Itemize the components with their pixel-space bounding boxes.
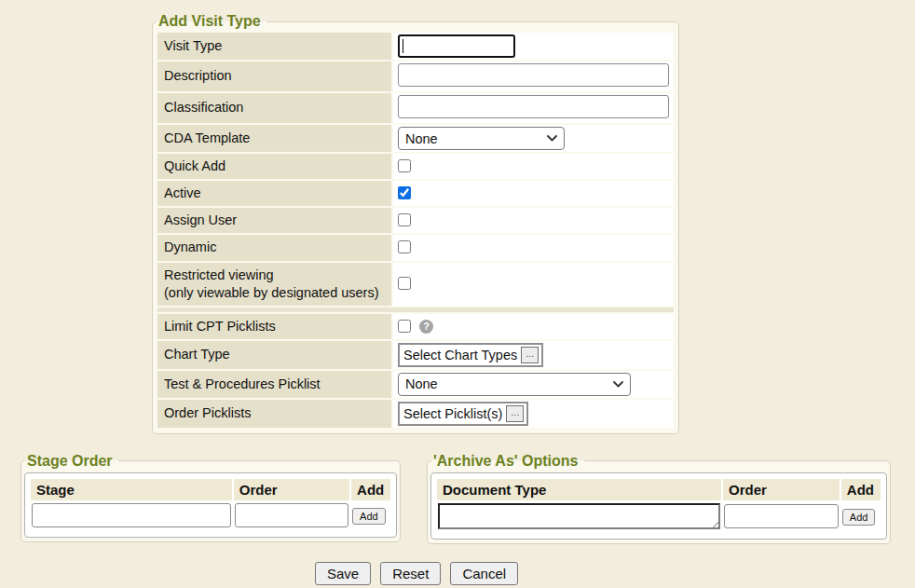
visit-type-input[interactable] [398,34,515,58]
quick-add-checkbox[interactable] [398,159,411,172]
limit-cpt-picklists-checkbox[interactable] [398,320,411,333]
table-row: Dynamic [157,235,674,260]
dynamic-checkbox[interactable] [398,240,411,253]
classification-input[interactable] [398,95,669,118]
table-header-row: Document Type Order Add [437,479,881,500]
table-row: Classification [157,93,674,123]
text-caret [403,39,403,53]
table-row: Chart Type Select Chart Types ... [157,341,674,369]
table-row: Description [157,62,674,91]
active-checkbox[interactable] [398,186,411,199]
stage-order-fieldset: Stage Order Stage Order Add Add [20,453,401,542]
add-visit-type-table: Visit Type Description Classification CD… [156,31,676,430]
order-picklists-browse-button[interactable]: ... [506,405,524,422]
assign-user-checkbox[interactable] [398,213,411,226]
stage-column-header: Stage [31,479,232,500]
reset-button[interactable]: Reset [380,562,441,585]
test-procedures-selected-value: None [405,376,438,391]
restricted-viewing-checkbox[interactable] [398,277,411,290]
add-visit-type-fieldset: Add Visit Type Visit Type Description Cl… [152,13,679,434]
order-picklists-label: Order Picklists [157,400,391,428]
table-row: Test & Procedures Picklist None [157,371,674,398]
archive-order-input[interactable] [724,504,839,528]
stage-order-table: Stage Order Add Add [29,477,392,533]
resize-grip-icon[interactable] [710,519,718,527]
chevron-down-icon [547,135,557,142]
archive-as-options-legend: 'Archive As' Options [431,453,584,470]
cancel-button[interactable]: Cancel [450,562,518,585]
table-header-row: Stage Order Add [31,479,390,500]
form-actions: Save Reset Cancel [0,562,833,585]
table-row: Visit Type [157,33,674,60]
stage-input[interactable] [32,503,231,527]
chart-type-browse-button[interactable]: ... [521,347,539,363]
dynamic-label: Dynamic [157,235,391,260]
table-row: Add [437,502,881,533]
add-visit-type-legend: Add Visit Type [157,13,266,30]
chevron-down-icon [613,381,623,388]
archive-add-button[interactable]: Add [842,509,876,526]
archive-as-panel: Document Type Order Add Add [430,472,887,540]
table-row: CDA Template None [157,125,674,152]
stage-add-button[interactable]: Add [352,508,386,525]
stage-order-input[interactable] [235,503,348,527]
save-button[interactable]: Save [315,562,371,585]
assign-user-label: Assign User [157,208,391,233]
classification-label: Classification [157,93,391,123]
active-label: Active [157,181,391,206]
chart-type-label: Chart Type [157,341,391,369]
cda-template-selected-value: None [405,131,438,146]
chart-type-picker[interactable]: Select Chart Types ... [398,343,543,367]
restricted-viewing-label: Restricted viewing (only viewable by des… [157,263,391,306]
description-input[interactable] [398,63,669,87]
table-row: Quick Add [157,154,674,179]
table-row: Assign User [157,208,674,233]
order-picklists-picker[interactable]: Select Picklist(s) ... [398,402,528,426]
order-column-header: Order [723,479,840,500]
cda-template-label: CDA Template [157,125,391,152]
test-procedures-picklist-select[interactable]: None [398,373,631,396]
cda-template-select[interactable]: None [398,127,565,150]
table-row: Order Picklists Select Picklist(s) ... [157,400,674,428]
add-column-header: Add [841,479,881,500]
archive-as-options-fieldset: 'Archive As' Options Document Type Order… [427,453,891,544]
limit-cpt-picklists-label: Limit CPT Picklists [157,314,391,339]
archive-as-table: Document Type Order Add Add [435,477,882,535]
description-label: Description [157,62,391,91]
help-icon[interactable]: ? [419,320,433,334]
table-row: Add [31,502,390,531]
test-procedures-picklist-label: Test & Procedures Picklist [157,371,391,398]
quick-add-label: Quick Add [157,154,391,179]
visit-type-label: Visit Type [157,33,391,60]
order-column-header: Order [234,479,349,500]
bottom-sections: Stage Order Stage Order Add Add 'Archive… [20,453,915,544]
chart-type-picker-text: Select Chart Types [403,348,517,362]
stage-order-legend: Stage Order [25,453,118,470]
separator-row [157,308,674,312]
table-row: Restricted viewing (only viewable by des… [157,263,674,306]
stage-order-panel: Stage Order Add Add [24,472,397,538]
add-column-header: Add [351,479,390,500]
table-row: Active [157,181,674,206]
document-type-input[interactable] [438,503,720,529]
order-picklists-picker-text: Select Picklist(s) [403,406,502,421]
document-type-column-header: Document Type [437,479,721,500]
table-row: Limit CPT Picklists ? [157,314,674,339]
